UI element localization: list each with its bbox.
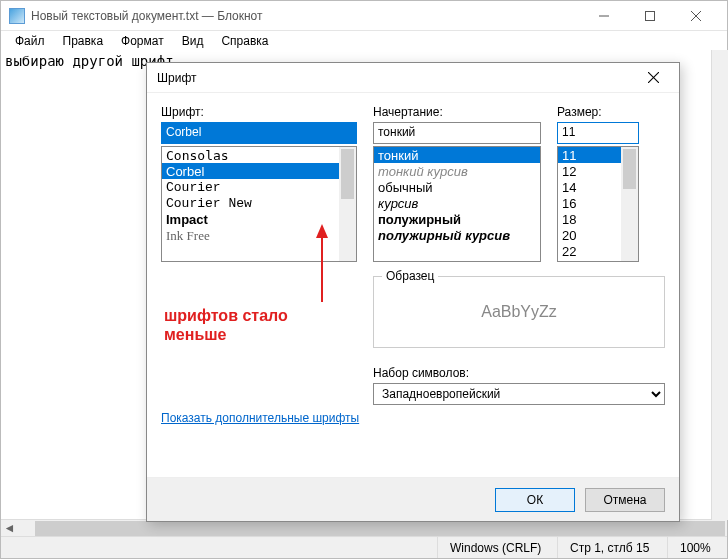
list-item[interactable]: полужирный bbox=[374, 211, 540, 227]
dialog-close-button[interactable] bbox=[637, 64, 669, 92]
list-item[interactable]: Courier New bbox=[162, 195, 339, 211]
cancel-button[interactable]: Отмена bbox=[585, 488, 665, 512]
style-label: Начертание: bbox=[373, 105, 541, 119]
minimize-button[interactable] bbox=[581, 1, 627, 31]
list-item[interactable]: 16 bbox=[558, 195, 621, 211]
size-label: Размер: bbox=[557, 105, 639, 119]
list-item[interactable]: 14 bbox=[558, 179, 621, 195]
annotation-text: шрифтов стало меньше bbox=[164, 306, 288, 344]
ok-button[interactable]: ОК bbox=[495, 488, 575, 512]
font-label: Шрифт: bbox=[161, 105, 357, 119]
font-input[interactable]: Corbel bbox=[161, 122, 357, 144]
style-listbox[interactable]: тонкий тонкий курсив обычный курсив полу… bbox=[373, 146, 541, 262]
sample-text: AaBbYyZz bbox=[384, 287, 654, 337]
list-item[interactable]: курсив bbox=[374, 195, 540, 211]
status-caret: Стр 1, стлб 15 bbox=[557, 537, 667, 558]
menu-view[interactable]: Вид bbox=[174, 32, 212, 50]
close-button[interactable] bbox=[673, 1, 719, 31]
list-item[interactable]: обычный bbox=[374, 179, 540, 195]
script-label: Набор символов: bbox=[373, 366, 665, 380]
menu-file[interactable]: Файл bbox=[7, 32, 53, 50]
listbox-scrollbar[interactable] bbox=[339, 147, 356, 261]
list-item[interactable]: полужирный курсив bbox=[374, 227, 540, 243]
status-encoding: Windows (CRLF) bbox=[437, 537, 557, 558]
size-input[interactable]: 11 bbox=[557, 122, 639, 144]
scroll-left-icon[interactable]: ◄ bbox=[1, 520, 18, 537]
statusbar: Windows (CRLF) Стр 1, стлб 15 100% bbox=[1, 536, 727, 558]
listbox-scrollbar[interactable] bbox=[621, 147, 638, 261]
list-item[interactable]: Courier bbox=[162, 179, 339, 195]
font-dialog: Шрифт Шрифт: Corbel Consolas Corbel Cour… bbox=[146, 62, 680, 522]
style-input[interactable]: тонкий bbox=[373, 122, 541, 144]
scroll-thumb[interactable] bbox=[35, 521, 725, 536]
menubar: Файл Правка Формат Вид Справка bbox=[1, 31, 727, 51]
script-select[interactable]: Западноевропейский bbox=[373, 383, 665, 405]
vertical-scrollbar[interactable] bbox=[711, 50, 728, 520]
list-item[interactable]: 20 bbox=[558, 227, 621, 243]
list-item[interactable]: 18 bbox=[558, 211, 621, 227]
titlebar: Новый текстовый документ.txt — Блокнот bbox=[1, 1, 727, 31]
menu-edit[interactable]: Правка bbox=[55, 32, 112, 50]
list-item[interactable]: 12 bbox=[558, 163, 621, 179]
status-zoom: 100% bbox=[667, 537, 727, 558]
svg-rect-1 bbox=[646, 11, 655, 20]
list-item[interactable]: Consolas bbox=[162, 147, 339, 163]
list-item[interactable]: тонкий bbox=[374, 147, 540, 163]
dialog-titlebar: Шрифт bbox=[147, 63, 679, 93]
annotation-arrow-icon bbox=[312, 224, 332, 304]
window-title: Новый текстовый документ.txt — Блокнот bbox=[31, 9, 581, 23]
svg-marker-7 bbox=[316, 224, 328, 238]
sample-group: Образец AaBbYyZz bbox=[373, 276, 665, 348]
notepad-icon bbox=[9, 8, 25, 24]
list-item[interactable]: тонкий курсив bbox=[374, 163, 540, 179]
list-item[interactable]: Corbel bbox=[162, 163, 339, 179]
list-item[interactable]: 22 bbox=[558, 243, 621, 259]
size-listbox[interactable]: 11 12 14 16 18 20 22 bbox=[557, 146, 639, 262]
more-fonts-link[interactable]: Показать дополнительные шрифты bbox=[161, 411, 359, 425]
maximize-button[interactable] bbox=[627, 1, 673, 31]
sample-label: Образец bbox=[382, 269, 438, 283]
list-item[interactable]: 11 bbox=[558, 147, 621, 163]
menu-help[interactable]: Справка bbox=[213, 32, 276, 50]
dialog-title: Шрифт bbox=[157, 71, 637, 85]
menu-format[interactable]: Формат bbox=[113, 32, 172, 50]
